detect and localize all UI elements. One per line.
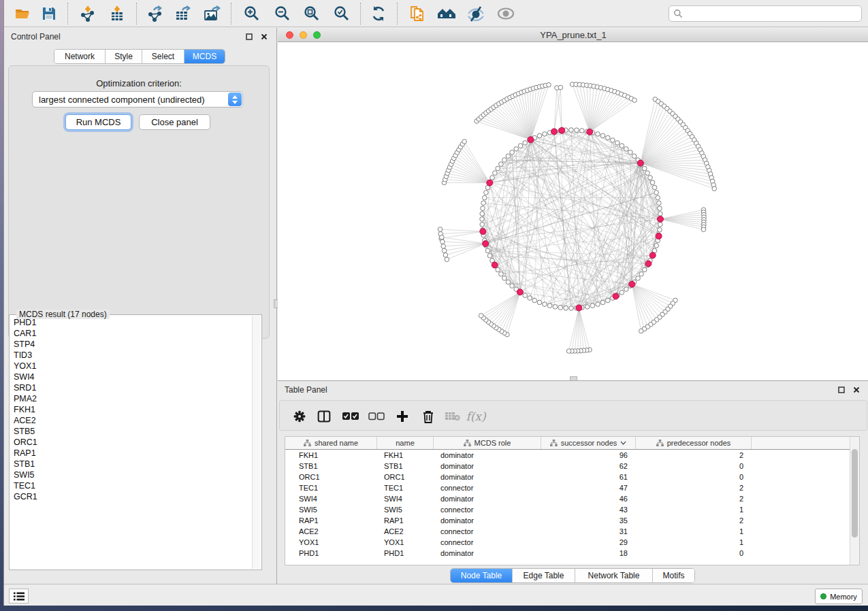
close-panel-button[interactable]: Close panel	[139, 114, 210, 130]
ring-node[interactable]	[569, 306, 574, 311]
cell-shared_name[interactable]: RAP1	[285, 515, 377, 526]
ring-node[interactable]	[506, 280, 511, 284]
ring-node[interactable]	[620, 291, 624, 295]
ring-node[interactable]	[480, 222, 485, 227]
close-panel-icon[interactable]	[851, 385, 862, 395]
ring-node[interactable]	[510, 284, 515, 288]
criterion-dropdown[interactable]: largest connected component (undirected)	[32, 91, 243, 108]
table-row[interactable]: SWI5SWI5connector431	[285, 504, 850, 515]
mcds-node[interactable]	[559, 127, 565, 133]
cell-name[interactable]: SWI5	[377, 504, 434, 515]
ring-node[interactable]	[620, 144, 624, 148]
mcds-result-item[interactable]: GCR1	[10, 491, 252, 502]
leaf-node[interactable]	[443, 253, 448, 258]
leaf-node[interactable]	[440, 235, 445, 240]
cell-shared_name[interactable]: ORC1	[285, 472, 377, 482]
cell-successor_nodes[interactable]: 18	[541, 548, 636, 559]
column-header-shared-name[interactable]: shared name	[285, 437, 377, 449]
export-image-icon[interactable]	[202, 4, 222, 23]
tab-select[interactable]: Select	[142, 50, 184, 63]
leaf-node[interactable]	[479, 314, 483, 318]
float-panel-icon[interactable]	[244, 32, 255, 42]
mcds-node[interactable]	[483, 241, 489, 247]
clone-network-icon[interactable]	[407, 4, 428, 23]
search-text-field[interactable]	[683, 9, 861, 18]
cell-successor_nodes[interactable]: 29	[541, 537, 636, 548]
mcds-result-item[interactable]: CAR1	[10, 328, 252, 339]
table-row[interactable]: YOX1YOX1connector291	[285, 537, 850, 548]
ring-node[interactable]	[564, 306, 568, 311]
cell-mcds_role[interactable]: connector	[434, 526, 541, 537]
ring-node[interactable]	[558, 306, 563, 310]
delete-column-icon[interactable]	[418, 407, 438, 426]
hide-selected-icon[interactable]	[466, 4, 486, 23]
ring-node[interactable]	[569, 128, 574, 133]
ring-node[interactable]	[580, 129, 585, 133]
leaf-node[interactable]	[566, 349, 571, 354]
ring-node[interactable]	[502, 276, 507, 281]
mcds-node[interactable]	[480, 229, 486, 235]
ring-node[interactable]	[553, 305, 558, 310]
ring-node[interactable]	[514, 147, 519, 152]
cell-predecessor_nodes[interactable]: 0	[636, 461, 752, 472]
ring-node[interactable]	[499, 272, 504, 277]
export-network-icon[interactable]	[145, 4, 165, 23]
cell-successor_nodes[interactable]: 35	[541, 515, 636, 526]
cell-predecessor_nodes[interactable]: 0	[636, 548, 752, 559]
ring-node[interactable]	[624, 287, 629, 292]
leaf-node[interactable]	[558, 85, 563, 90]
table-row[interactable]: ACE2ACE2connector311	[285, 526, 850, 537]
cell-predecessor_nodes[interactable]: 2	[636, 515, 752, 526]
mcds-node[interactable]	[487, 180, 493, 186]
float-panel-icon[interactable]	[836, 385, 847, 395]
mcds-node[interactable]	[551, 129, 558, 135]
zoom-in-icon[interactable]	[242, 4, 262, 23]
cell-name[interactable]: FKH1	[377, 450, 434, 461]
mcds-result-item[interactable]: ORC1	[10, 437, 252, 448]
mcds-result-item[interactable]: PHD1	[10, 317, 252, 328]
ring-node[interactable]	[493, 171, 498, 176]
close-panel-icon[interactable]	[259, 32, 270, 42]
save-icon[interactable]	[39, 4, 59, 23]
show-all-icon[interactable]	[436, 4, 457, 23]
ring-node[interactable]	[496, 166, 500, 171]
show-columns-icon[interactable]	[314, 407, 334, 426]
ring-node[interactable]	[543, 302, 547, 307]
ring-node[interactable]	[654, 191, 659, 195]
cell-predecessor_nodes[interactable]: 2	[636, 482, 752, 493]
mcds-node[interactable]	[629, 281, 635, 287]
tab-network[interactable]: Network	[54, 50, 106, 63]
cell-predecessor_nodes[interactable]: 1	[636, 504, 752, 515]
mcds-result-item[interactable]: SWI4	[10, 371, 252, 382]
cell-mcds_role[interactable]: dominator	[434, 515, 541, 526]
cell-shared_name[interactable]: SWI5	[285, 504, 377, 515]
cell-name[interactable]: STB1	[377, 461, 434, 472]
ring-node[interactable]	[606, 135, 611, 140]
leaf-node[interactable]	[712, 186, 717, 191]
cell-mcds_role[interactable]: dominator	[434, 493, 541, 504]
cell-mcds_role[interactable]: dominator	[434, 461, 541, 472]
ring-node[interactable]	[499, 162, 504, 167]
ring-node[interactable]	[654, 244, 659, 248]
ring-node[interactable]	[496, 267, 500, 272]
cell-mcds_role[interactable]: connector	[434, 537, 541, 548]
ring-node[interactable]	[658, 228, 662, 233]
ring-node[interactable]	[481, 206, 485, 211]
ring-node[interactable]	[643, 267, 647, 272]
ring-node[interactable]	[480, 212, 485, 216]
column-header-predecessor-nodes[interactable]: predecessor nodes	[636, 437, 752, 449]
ring-node[interactable]	[615, 141, 620, 146]
cell-predecessor_nodes[interactable]: 0	[636, 472, 752, 482]
mcds-result-item[interactable]: YOX1	[10, 361, 252, 371]
ring-node[interactable]	[487, 254, 492, 259]
tab-network-table[interactable]: Network Table	[575, 569, 653, 582]
cell-predecessor_nodes[interactable]: 1	[636, 526, 752, 537]
cell-mcds_role[interactable]: dominator	[434, 548, 541, 559]
table-row[interactable]: SWI4SWI4dominator462	[285, 493, 850, 504]
mcds-node[interactable]	[645, 261, 652, 267]
ring-node[interactable]	[523, 293, 528, 298]
ring-node[interactable]	[596, 302, 600, 307]
create-column-icon[interactable]	[392, 407, 413, 426]
ring-node[interactable]	[652, 185, 657, 190]
zoom-out-icon[interactable]	[272, 4, 293, 23]
